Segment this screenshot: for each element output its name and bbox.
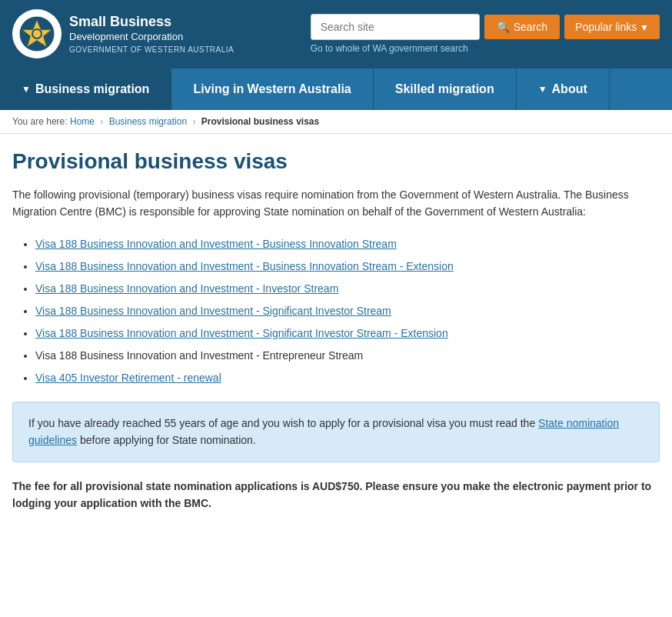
intro-paragraph: The following provisional (temporary) bu… [12,186,660,221]
visa-link-2[interactable]: Visa 188 Business Innovation and Investm… [35,260,454,272]
search-input[interactable] [311,14,480,40]
chevron-down-icon: ▼ [640,22,649,33]
search-icon: 🔍 [497,21,510,33]
nav-label: Business migration [35,82,149,96]
visa-link-1[interactable]: Visa 188 Business Innovation and Investm… [35,238,397,250]
gov-label: GOVERNMENT OF WESTERN AUSTRALIA [69,45,234,54]
fee-notice: The fee for all provisional state nomina… [12,478,660,512]
popular-links-button[interactable]: Popular links ▼ [564,15,660,39]
nav-item-about[interactable]: ▼ About [517,68,610,110]
list-item: Visa 405 Investor Retirement - renewal [35,370,660,386]
info-box: If you have already reached 55 years of … [12,402,660,462]
nav-label: Skilled migration [395,82,494,96]
logo-area: Small Business Development Corporation G… [12,9,234,58]
search-area: 🔍 Search Popular links ▼ Go to whole of … [311,14,660,54]
info-text-before: If you have already reached 55 years of … [28,417,538,429]
list-item: Visa 188 Business Innovation and Investm… [35,303,660,319]
svg-point-3 [33,30,41,38]
breadcrumb-current: Provisional business visas [201,116,319,127]
org-main-name: Small Business [69,14,234,31]
breadcrumb-label: You are here: [12,116,68,127]
main-nav: ▼ Business migration Living in Western A… [0,68,672,110]
list-item: Visa 188 Business Innovation and Investm… [35,258,660,275]
breadcrumb-home[interactable]: Home [70,116,95,127]
logo-emblem [12,9,62,58]
org-sub-name: Development Corporation [69,31,234,43]
chevron-icon: ▼ [538,84,547,95]
search-row: 🔍 Search Popular links ▼ [311,14,660,40]
nav-label: Living in Western Australia [193,82,351,96]
page-title: Provisional business visas [12,149,660,174]
chevron-icon: ▼ [22,84,31,95]
breadcrumb-separator: › [100,116,103,127]
search-button[interactable]: 🔍 Search [484,15,560,39]
list-item: Visa 188 Business Innovation and Investm… [35,325,660,342]
breadcrumb-business-migration[interactable]: Business migration [109,116,187,127]
visa-link-4[interactable]: Visa 188 Business Innovation and Investm… [35,305,391,317]
list-item: Visa 188 Business Innovation and Investm… [35,281,660,297]
info-text-after: before applying for State nomination. [77,434,256,446]
nav-label: About [552,82,587,96]
org-name: Small Business Development Corporation G… [69,14,234,54]
list-item: Visa 188 Business Innovation and Investm… [35,348,660,364]
nav-item-living-wa[interactable]: Living in Western Australia [171,68,373,110]
breadcrumb: You are here: Home › Business migration … [0,110,672,134]
wa-search-link[interactable]: Go to whole of WA government search [311,43,468,54]
site-header: Small Business Development Corporation G… [0,0,672,68]
nav-item-business-migration[interactable]: ▼ Business migration [0,68,171,110]
nav-item-skilled-migration[interactable]: Skilled migration [374,68,517,110]
visa-link-7[interactable]: Visa 405 Investor Retirement - renewal [35,372,221,384]
visa-link-5[interactable]: Visa 188 Business Innovation and Investm… [35,327,448,339]
breadcrumb-separator: › [192,116,195,127]
visa-link-3[interactable]: Visa 188 Business Innovation and Investm… [35,282,338,295]
main-content: Provisional business visas The following… [0,134,672,527]
list-item: Visa 188 Business Innovation and Investm… [35,236,660,252]
visa-list: Visa 188 Business Innovation and Investm… [12,236,660,386]
fee-notice-text: The fee for all provisional state nomina… [12,480,651,509]
